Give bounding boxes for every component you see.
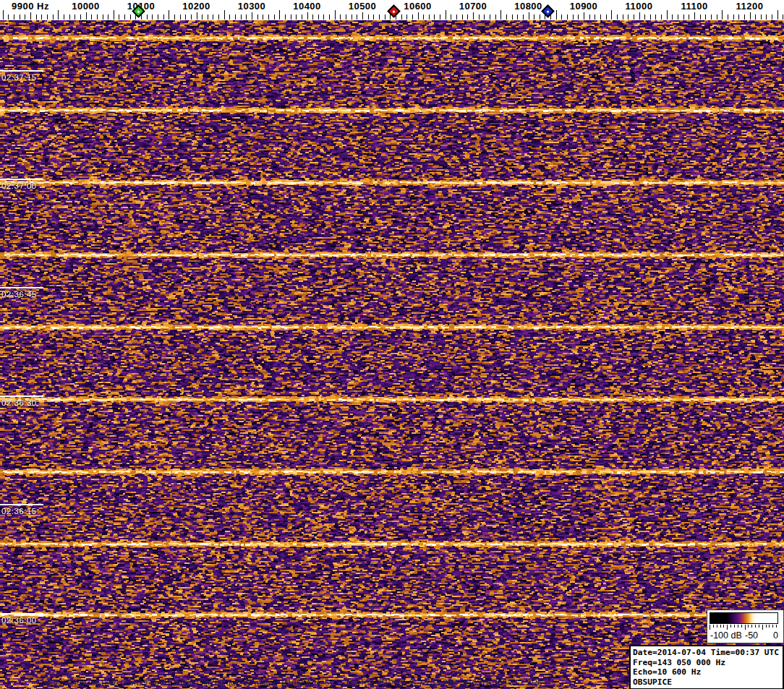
axis-tick xyxy=(124,14,125,20)
axis-tick xyxy=(180,14,181,20)
axis-tick xyxy=(490,14,490,20)
axis-tick xyxy=(169,10,169,20)
observation-info-box: Date=2014-07-04 Time=00:37 UTC Freq=143 … xyxy=(629,645,784,689)
axis-tick xyxy=(561,14,562,20)
axis-tick xyxy=(218,14,219,20)
axis-tick xyxy=(263,14,263,20)
axis-tick xyxy=(694,12,695,20)
axis-tick xyxy=(36,14,37,20)
axis-tick xyxy=(639,12,640,20)
axis-tick xyxy=(429,14,430,20)
blue-marker-diamond[interactable] xyxy=(541,4,554,17)
axis-tick xyxy=(362,12,363,20)
axis-tick xyxy=(722,10,723,20)
axis-tick xyxy=(567,14,568,20)
axis-tick xyxy=(3,10,4,20)
axis-tick xyxy=(114,10,114,20)
axis-tick xyxy=(69,14,70,20)
axis-tick xyxy=(611,10,612,20)
time-label: 02:36:30 xyxy=(1,398,37,407)
axis-tick xyxy=(323,14,324,20)
axis-tick xyxy=(191,14,192,20)
axis-tick xyxy=(423,14,424,20)
axis-tick xyxy=(41,14,42,20)
freq-tick-label: 10600 xyxy=(404,1,432,12)
scale-label-mid: -50 xyxy=(745,630,758,641)
axis-tick xyxy=(241,14,242,20)
axis-tick xyxy=(130,14,131,20)
freq-tick-label: 10300 xyxy=(238,1,266,12)
info-frequency: Freq=143 050 000 Hz xyxy=(633,658,780,668)
axis-tick xyxy=(495,14,496,20)
axis-tick xyxy=(523,14,524,20)
axis-tick xyxy=(578,14,579,20)
axis-tick xyxy=(717,14,717,20)
time-label: 02:37:00 xyxy=(1,181,37,190)
axis-tick xyxy=(705,14,706,20)
axis-tick xyxy=(628,14,629,20)
marker-center-dot xyxy=(137,9,140,12)
axis-tick xyxy=(783,14,783,20)
axis-tick xyxy=(291,14,291,20)
time-label: 02:36:00 xyxy=(1,616,37,625)
axis-tick xyxy=(766,14,767,20)
axis-tick xyxy=(335,10,336,20)
axis-tick xyxy=(197,12,197,20)
axis-tick xyxy=(412,14,413,20)
axis-tick xyxy=(711,14,712,20)
marker-center-dot xyxy=(392,9,395,12)
axis-tick xyxy=(689,14,689,20)
color-scale-ticks xyxy=(710,625,779,630)
axis-tick xyxy=(750,12,751,20)
axis-tick xyxy=(573,14,574,20)
axis-tick xyxy=(683,14,684,20)
freq-tick-label: 10800 xyxy=(514,1,542,12)
axis-tick xyxy=(307,12,308,20)
axis-tick xyxy=(406,14,407,20)
axis-tick xyxy=(479,14,480,20)
axis-tick xyxy=(185,14,186,20)
freq-tick-label: 10700 xyxy=(459,1,487,12)
info-echo: Echo=10 600 Hz xyxy=(633,667,780,677)
meteor-observation-window: 9900 Hz100001010010200103001040010500106… xyxy=(0,0,784,689)
spectrogram-area: 02:37:1502:37:0002:36:4502:36:3002:36:15… xyxy=(0,20,784,689)
freq-tick-label: 10900 xyxy=(570,1,598,12)
axis-tick xyxy=(584,12,584,20)
axis-tick xyxy=(446,10,446,20)
axis-tick xyxy=(385,14,385,20)
axis-tick xyxy=(728,14,728,20)
axis-tick xyxy=(257,14,258,20)
axis-tick xyxy=(606,14,607,20)
axis-tick xyxy=(623,14,623,20)
axis-tick xyxy=(296,14,297,20)
info-date-time: Date=2014-07-04 Time=00:37 UTC xyxy=(633,648,780,658)
axis-tick xyxy=(74,14,75,20)
axis-tick xyxy=(550,14,551,20)
axis-tick xyxy=(667,10,668,20)
axis-tick xyxy=(467,14,468,20)
axis-tick xyxy=(252,12,252,20)
axis-tick xyxy=(451,14,451,20)
axis-tick xyxy=(86,12,87,20)
axis-tick xyxy=(661,14,662,20)
axis-tick xyxy=(246,14,247,20)
freq-tick-label: 9900 Hz xyxy=(12,1,49,12)
axis-tick xyxy=(440,14,440,20)
axis-tick xyxy=(755,14,756,20)
freq-tick-label: 10200 xyxy=(182,1,210,12)
axis-tick xyxy=(97,14,98,20)
axis-tick xyxy=(484,14,485,20)
axis-tick xyxy=(589,14,590,20)
axis-tick xyxy=(456,14,457,20)
axis-tick xyxy=(738,14,739,20)
color-scale-labels: -100 dB -50 0 xyxy=(707,630,783,643)
axis-tick xyxy=(617,14,618,20)
axis-tick xyxy=(329,14,330,20)
axis-tick xyxy=(678,14,678,20)
axis-tick xyxy=(312,14,313,20)
red-marker-diamond[interactable] xyxy=(387,4,400,17)
axis-tick xyxy=(20,14,20,20)
axis-tick xyxy=(302,14,302,20)
axis-tick xyxy=(351,14,352,20)
axis-tick xyxy=(47,14,48,20)
